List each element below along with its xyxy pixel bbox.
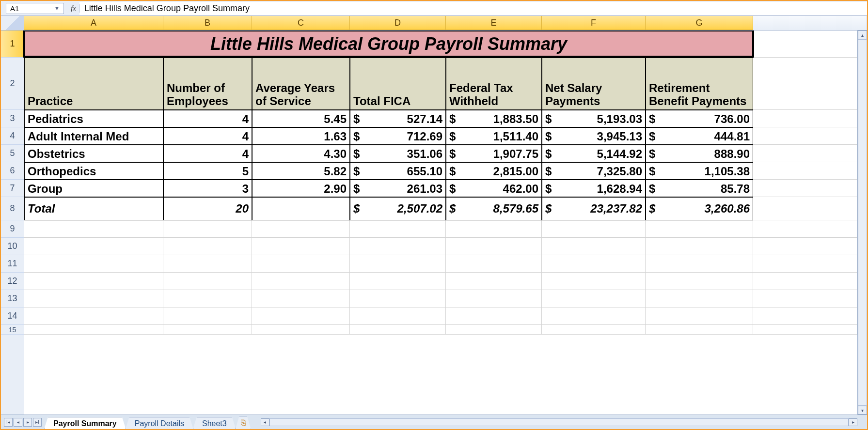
cell-empty[interactable]	[163, 307, 252, 325]
row-header-14[interactable]: 14	[1, 307, 24, 325]
cell-empty[interactable]	[163, 238, 252, 255]
cell-avg[interactable]: 4.30	[252, 145, 350, 162]
cell-total-num[interactable]: 20	[163, 197, 252, 220]
cell-empty[interactable]	[646, 273, 753, 290]
cell-fed[interactable]: $462.00	[446, 180, 542, 197]
tab-payroll-summary[interactable]: Payroll Summary	[44, 417, 126, 429]
cell-net[interactable]: $1,628.94	[542, 180, 646, 197]
cell-empty[interactable]	[646, 290, 753, 307]
row-header-15[interactable]: 15	[1, 325, 24, 335]
cell-empty[interactable]	[646, 238, 753, 255]
col-header-A[interactable]: A	[24, 16, 163, 30]
cell-empty[interactable]	[252, 290, 350, 307]
cell-empty[interactable]	[163, 273, 252, 290]
cell-empty[interactable]	[446, 290, 542, 307]
scroll-down-button[interactable]: ▾	[858, 406, 867, 415]
cell-ret[interactable]: $736.00	[646, 110, 753, 127]
cell-empty[interactable]	[542, 325, 646, 335]
cell-empty[interactable]	[542, 273, 646, 290]
tab-sheet3[interactable]: Sheet3	[193, 417, 236, 429]
cell-empty[interactable]	[542, 255, 646, 273]
cell-num[interactable]: 4	[163, 110, 252, 127]
cell-empty[interactable]	[252, 273, 350, 290]
cell-empty[interactable]	[24, 325, 163, 335]
cell-empty[interactable]	[753, 255, 857, 273]
cell-ret[interactable]: $444.81	[646, 127, 753, 145]
cell-empty[interactable]	[753, 273, 857, 290]
last-sheet-button[interactable]: ▸I	[33, 418, 42, 427]
cell-total-net[interactable]: $23,237.82	[542, 197, 646, 220]
cell-empty[interactable]	[350, 220, 446, 238]
cell-avg[interactable]: 5.82	[252, 162, 350, 180]
row-header-12[interactable]: 12	[1, 273, 24, 290]
cell-ret[interactable]: $85.78	[646, 180, 753, 197]
cell-empty[interactable]	[163, 325, 252, 335]
cell-empty[interactable]	[252, 255, 350, 273]
cell-empty[interactable]	[446, 255, 542, 273]
next-sheet-button[interactable]: ▸	[23, 418, 32, 427]
cell-empty[interactable]	[163, 290, 252, 307]
row-header-8[interactable]: 8	[1, 197, 24, 220]
cell-empty[interactable]	[753, 58, 857, 110]
cell-practice[interactable]: Pediatrics	[24, 110, 163, 127]
cell-total-fed[interactable]: $8,579.65	[446, 197, 542, 220]
col-header-C[interactable]: C	[252, 16, 350, 30]
col-header-G[interactable]: G	[646, 16, 753, 30]
cell-empty[interactable]	[446, 238, 542, 255]
row-header-10[interactable]: 10	[1, 238, 24, 255]
cell-avg[interactable]: 5.45	[252, 110, 350, 127]
cell-net[interactable]: $5,144.92	[542, 145, 646, 162]
cell-practice[interactable]: Adult Internal Med	[24, 127, 163, 145]
cell-empty[interactable]	[252, 238, 350, 255]
header-total-fica[interactable]: Total FICA	[350, 58, 446, 110]
first-sheet-button[interactable]: I◂	[4, 418, 13, 427]
cell-empty[interactable]	[446, 325, 542, 335]
cell-empty[interactable]	[753, 325, 857, 335]
row-header-2[interactable]: 2	[1, 58, 24, 110]
cell-empty[interactable]	[753, 145, 857, 162]
col-header-B[interactable]: B	[163, 16, 252, 30]
cell-empty[interactable]	[542, 290, 646, 307]
cell-total-ret[interactable]: $3,260.86	[646, 197, 753, 220]
cell-empty[interactable]	[753, 110, 857, 127]
cell-fed[interactable]: $1,511.40	[446, 127, 542, 145]
row-header-1[interactable]: 1	[1, 31, 24, 58]
cell-empty[interactable]	[350, 273, 446, 290]
cell-empty[interactable]	[646, 325, 753, 335]
cell-empty[interactable]	[350, 238, 446, 255]
cell-num[interactable]: 4	[163, 127, 252, 145]
header-num-employees[interactable]: Number of Employees	[163, 58, 252, 110]
cell-empty[interactable]	[753, 238, 857, 255]
row-header-13[interactable]: 13	[1, 290, 24, 307]
cell-empty[interactable]	[542, 220, 646, 238]
cell-empty[interactable]	[350, 255, 446, 273]
cell-empty[interactable]	[163, 255, 252, 273]
scroll-up-button[interactable]: ▴	[858, 31, 867, 39]
col-header-D[interactable]: D	[350, 16, 446, 30]
cell-net[interactable]: $7,325.80	[542, 162, 646, 180]
cell-empty[interactable]	[350, 290, 446, 307]
row-header-4[interactable]: 4	[1, 127, 24, 145]
cell-empty[interactable]	[753, 290, 857, 307]
cell-empty[interactable]	[753, 162, 857, 180]
scroll-right-button[interactable]: ▸	[849, 418, 857, 426]
cell-empty[interactable]	[24, 307, 163, 325]
cell-empty[interactable]	[350, 325, 446, 335]
cell-ret[interactable]: $888.90	[646, 145, 753, 162]
cell-practice[interactable]: Obstetrics	[24, 145, 163, 162]
cell-num[interactable]: 4	[163, 145, 252, 162]
col-header-extra[interactable]	[753, 16, 867, 30]
cell-empty[interactable]	[542, 307, 646, 325]
row-header-6[interactable]: 6	[1, 162, 24, 180]
cells-area[interactable]: Little Hills Medical Group Payroll Summa…	[24, 31, 857, 415]
cell-empty[interactable]	[646, 307, 753, 325]
cell-fica[interactable]: $655.10	[350, 162, 446, 180]
cell-empty[interactable]	[446, 220, 542, 238]
cell-fica[interactable]: $351.06	[350, 145, 446, 162]
scroll-left-button[interactable]: ◂	[261, 418, 269, 426]
name-box[interactable]: A1 ▼	[6, 3, 64, 14]
name-box-dropdown-icon[interactable]: ▼	[54, 5, 60, 11]
header-avg-years[interactable]: Average Years of Service	[252, 58, 350, 110]
cell-net[interactable]: $5,193.03	[542, 110, 646, 127]
cell-num[interactable]: 5	[163, 162, 252, 180]
